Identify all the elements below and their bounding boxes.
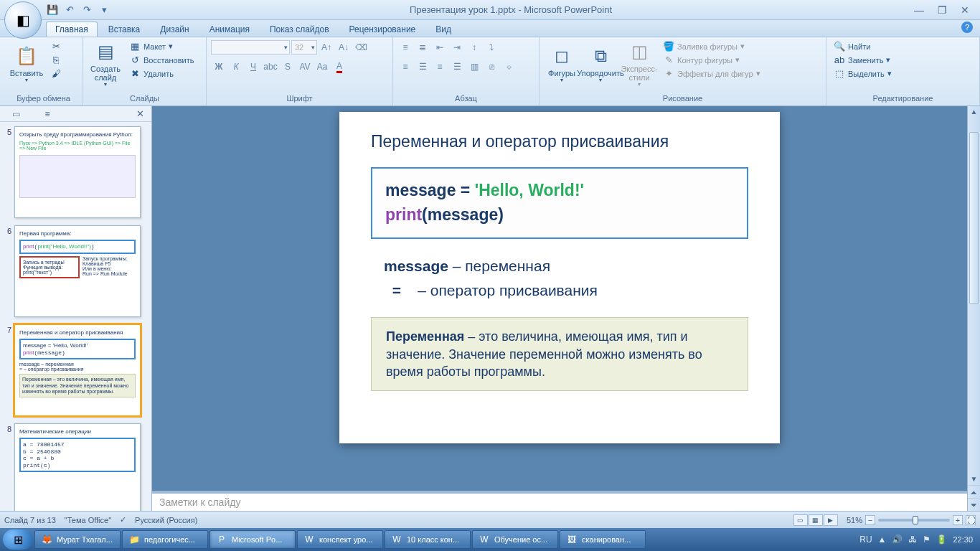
format-painter-button[interactable]: 🖌 bbox=[47, 67, 65, 80]
thumbnails-tab-outline[interactable]: ≡ bbox=[39, 108, 56, 120]
tab-animation[interactable]: Анимация bbox=[200, 22, 259, 37]
font-color-button[interactable]: A bbox=[331, 60, 347, 74]
select-button[interactable]: ⬚Выделить ▾ bbox=[831, 67, 895, 80]
decrease-indent-button[interactable]: ⇤ bbox=[432, 40, 448, 55]
tab-home[interactable]: Главная bbox=[46, 22, 98, 37]
paste-button[interactable]: 📋 Вставить ▾ bbox=[9, 40, 44, 90]
shapes-button[interactable]: ◻Фигуры▾ bbox=[544, 40, 580, 90]
line-spacing-button[interactable]: ↕ bbox=[466, 40, 482, 55]
close-button[interactable]: ✕ bbox=[957, 4, 973, 16]
quick-styles-button[interactable]: ◫Экспресс-стили▾ bbox=[621, 40, 657, 90]
minimize-button[interactable]: — bbox=[911, 4, 927, 16]
maximize-button[interactable]: ❐ bbox=[934, 4, 950, 16]
layout-button[interactable]: ▦Макет ▾ bbox=[126, 40, 197, 52]
shape-effects-button[interactable]: ✦Эффекты для фигур ▾ bbox=[660, 67, 763, 80]
tray-up-icon[interactable]: ▲ bbox=[878, 534, 887, 545]
slide-editor[interactable]: Переменная и оператор присваивания messa… bbox=[152, 106, 967, 491]
prev-slide-button[interactable]: ⏶ bbox=[968, 485, 980, 498]
taskbar-item[interactable]: W10 класс кон... bbox=[385, 530, 471, 549]
align-right-button[interactable]: ≡ bbox=[432, 60, 448, 74]
change-case-button[interactable]: Aa bbox=[314, 60, 330, 74]
office-button[interactable]: ◧ bbox=[4, 1, 42, 39]
copy-button[interactable]: ⎘ bbox=[47, 54, 65, 66]
increase-indent-button[interactable]: ⇥ bbox=[449, 40, 465, 55]
justify-button[interactable]: ☰ bbox=[449, 60, 465, 74]
flag-icon[interactable]: ⚑ bbox=[923, 534, 930, 545]
clock[interactable]: 22:30 bbox=[953, 535, 973, 544]
zoom-knob[interactable] bbox=[913, 516, 918, 524]
spellcheck-icon[interactable]: ✓ bbox=[120, 515, 126, 524]
align-center-button[interactable]: ☰ bbox=[415, 60, 430, 74]
taskbar-item[interactable]: 📁педагогичес... bbox=[122, 530, 208, 549]
columns-button[interactable]: ▥ bbox=[466, 60, 482, 74]
taskbar-item[interactable]: Wконспект уро... bbox=[297, 530, 383, 549]
fit-window-button[interactable]: ⛶ bbox=[966, 515, 976, 525]
tab-slideshow[interactable]: Показ слайдов bbox=[260, 22, 339, 37]
bullets-button[interactable]: ≡ bbox=[397, 40, 413, 55]
shrink-font-button[interactable]: A↓ bbox=[336, 40, 352, 55]
next-slide-button[interactable]: ⏷ bbox=[968, 498, 980, 511]
clear-format-button[interactable]: ⌫ bbox=[353, 40, 369, 55]
battery-icon[interactable]: 🔋 bbox=[936, 534, 947, 545]
slide-thumbnail-8[interactable]: Математические операции a = 78001457 b =… bbox=[14, 423, 141, 511]
font-size-combo[interactable]: 32 bbox=[291, 40, 317, 55]
scroll-up-icon[interactable]: ▲ bbox=[968, 106, 980, 118]
zoom-slider[interactable] bbox=[878, 519, 950, 522]
tab-review[interactable]: Рецензирование bbox=[340, 22, 425, 37]
tray-lang[interactable]: RU bbox=[859, 534, 872, 545]
taskbar-item[interactable]: PMicrosoft Po... bbox=[209, 530, 296, 549]
volume-icon[interactable]: 🔊 bbox=[892, 534, 903, 545]
language-status[interactable]: Русский (Россия) bbox=[135, 516, 197, 524]
zoom-out-button[interactable]: − bbox=[865, 515, 875, 525]
vertical-scrollbar[interactable]: ▲ ▼ ⏶ ⏷ bbox=[967, 106, 980, 511]
save-icon[interactable]: 💾 bbox=[46, 4, 59, 17]
text-direction-button[interactable]: ⤵ bbox=[484, 40, 499, 55]
shape-fill-button[interactable]: 🪣Заливка фигуры ▾ bbox=[660, 40, 763, 52]
thumbnails-tab-slides[interactable]: ▭ bbox=[7, 108, 24, 120]
zoom-in-button[interactable]: + bbox=[953, 515, 963, 525]
tab-design[interactable]: Дизайн bbox=[151, 22, 198, 37]
italic-button[interactable]: К bbox=[228, 60, 244, 74]
scroll-thumb[interactable] bbox=[969, 132, 979, 304]
find-button[interactable]: 🔍Найти bbox=[831, 40, 895, 52]
replace-button[interactable]: abЗаменить ▾ bbox=[831, 54, 895, 66]
shape-outline-button[interactable]: ✎Контур фигуры ▾ bbox=[660, 54, 763, 66]
smartart-button[interactable]: ⟐ bbox=[501, 60, 517, 74]
slide-thumbnail-6[interactable]: Первая программа: print(print("Hello, Wo… bbox=[14, 225, 141, 317]
qat-dropdown-icon[interactable]: ▾ bbox=[98, 4, 110, 17]
network-icon[interactable]: 🖧 bbox=[908, 534, 917, 545]
scroll-down-icon[interactable]: ▼ bbox=[968, 474, 980, 485]
slide-thumbnail-7[interactable]: Переменная и оператор присваивания messa… bbox=[14, 324, 141, 416]
undo-icon[interactable]: ↶ bbox=[63, 4, 76, 17]
taskbar-item[interactable]: 🖼сканирован... bbox=[560, 530, 646, 549]
tab-view[interactable]: Вид bbox=[426, 22, 461, 37]
text-shadow-button[interactable]: abc bbox=[263, 60, 278, 74]
align-text-button[interactable]: ⎚ bbox=[484, 60, 499, 74]
char-spacing-button[interactable]: AV bbox=[297, 60, 313, 74]
numbering-button[interactable]: ≣ bbox=[415, 40, 430, 55]
reset-button[interactable]: ↺Восстановить bbox=[126, 54, 197, 66]
taskbar-item[interactable]: WОбучение ос... bbox=[472, 530, 558, 549]
redo-icon[interactable]: ↷ bbox=[80, 4, 93, 17]
delete-slide-button[interactable]: ✖Удалить bbox=[126, 67, 197, 80]
taskbar-item[interactable]: 🦊Мурат Тхагал... bbox=[34, 530, 121, 549]
bold-button[interactable]: Ж bbox=[211, 60, 227, 74]
current-slide[interactable]: Переменная и оператор присваивания messa… bbox=[339, 112, 780, 443]
notes-pane[interactable]: Заметки к слайду bbox=[152, 491, 967, 511]
strike-button[interactable]: S bbox=[280, 60, 296, 74]
align-left-button[interactable]: ≡ bbox=[397, 60, 413, 74]
help-icon[interactable]: ? bbox=[961, 22, 973, 33]
underline-button[interactable]: Ч bbox=[245, 60, 261, 74]
start-button[interactable]: ⊞ bbox=[3, 529, 33, 550]
zoom-level[interactable]: 51% bbox=[847, 516, 862, 524]
normal-view-button[interactable]: ▭ bbox=[793, 514, 808, 526]
grow-font-button[interactable]: A↑ bbox=[319, 40, 334, 55]
tab-insert[interactable]: Вставка bbox=[99, 22, 150, 37]
font-family-combo[interactable] bbox=[211, 40, 290, 55]
arrange-button[interactable]: ⧉Упорядочить▾ bbox=[583, 40, 618, 90]
slide-thumbnail-5[interactable]: Открыть среду программирования Python: П… bbox=[14, 126, 141, 218]
thumbnails-close-icon[interactable]: ✕ bbox=[136, 108, 144, 119]
slideshow-view-button[interactable]: ▶ bbox=[824, 514, 838, 526]
cut-button[interactable]: ✂ bbox=[47, 40, 65, 52]
new-slide-button[interactable]: ▤ Создать слайд ▾ bbox=[88, 40, 123, 90]
